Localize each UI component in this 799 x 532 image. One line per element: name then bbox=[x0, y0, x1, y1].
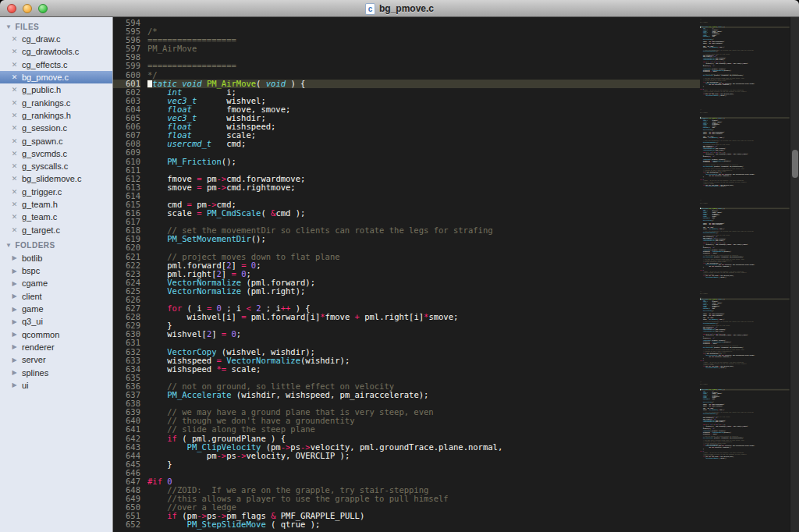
sidebar-file-g_target-c[interactable]: ✕g_target.c bbox=[0, 223, 112, 236]
close-file-icon[interactable]: ✕ bbox=[11, 99, 18, 107]
code-line[interactable]: pm->ps->velocity, OVERCLIP ); bbox=[147, 452, 700, 460]
line-number: 632 bbox=[113, 348, 140, 356]
code-line[interactable]: usercmd_t cmd; bbox=[147, 140, 700, 148]
folder-name-label: botlib bbox=[22, 254, 42, 263]
files-group-header[interactable]: ▼ FILES bbox=[0, 20, 112, 33]
sidebar-folder-renderer[interactable]: ▶renderer bbox=[0, 341, 112, 353]
disclosure-right-icon[interactable]: ▶ bbox=[11, 318, 18, 325]
minimap-code-block: /*==================PM_AirMove==========… bbox=[700, 17, 790, 96]
close-file-icon[interactable]: ✕ bbox=[11, 162, 18, 170]
sidebar-file-g_team-h[interactable]: ✕g_team.h bbox=[0, 198, 112, 211]
minimap[interactable]: /*==================PM_AirMove==========… bbox=[700, 17, 790, 532]
code-line[interactable]: VectorNormalize (pml.right); bbox=[147, 287, 700, 296]
code-line[interactable]: wishvel[2] = 0; bbox=[147, 330, 700, 339]
disclosure-down-icon: ▼ bbox=[5, 242, 12, 249]
disclosure-down-icon: ▼ bbox=[5, 23, 12, 30]
disclosure-right-icon[interactable]: ▶ bbox=[11, 280, 18, 287]
close-file-icon[interactable]: ✕ bbox=[11, 213, 18, 221]
line-number: 652 bbox=[113, 520, 140, 529]
close-file-icon[interactable]: ✕ bbox=[11, 226, 18, 234]
sidebar-folder-ui[interactable]: ▶ui bbox=[0, 379, 112, 392]
sidebar-folder-botlib[interactable]: ▶botlib bbox=[0, 252, 112, 264]
scrollbar-track[interactable] bbox=[790, 17, 799, 532]
close-file-icon[interactable]: ✕ bbox=[11, 73, 18, 81]
code-line[interactable]: PM_SetMovementDir(); bbox=[147, 235, 700, 243]
code-area[interactable]: /*==================PM_AirMove==========… bbox=[147, 19, 700, 532]
folders-header-label: FOLDERS bbox=[15, 241, 55, 250]
code-line[interactable]: ================== bbox=[147, 36, 700, 44]
close-file-icon[interactable]: ✕ bbox=[11, 86, 18, 94]
close-file-icon[interactable]: ✕ bbox=[11, 200, 18, 208]
code-line[interactable]: ================== bbox=[147, 62, 700, 70]
close-file-icon[interactable]: ✕ bbox=[11, 61, 18, 69]
sidebar-folder-game[interactable]: ▶game bbox=[0, 303, 112, 315]
disclosure-right-icon[interactable]: ▶ bbox=[11, 331, 18, 338]
close-file-icon[interactable]: ✕ bbox=[11, 124, 18, 132]
sidebar-file-cg_draw-c[interactable]: ✕cg_draw.c bbox=[0, 33, 112, 45]
scrollbar-thumb[interactable] bbox=[792, 150, 798, 178]
sidebar-file-g_trigger-c[interactable]: ✕g_trigger.c bbox=[0, 186, 112, 198]
close-file-icon[interactable]: ✕ bbox=[11, 137, 18, 145]
file-name-label: g_team.c bbox=[22, 212, 57, 222]
sidebar-folder-q3_ui[interactable]: ▶q3_ui bbox=[0, 315, 112, 328]
sidebar-file-g_rankings-c[interactable]: ✕g_rankings.c bbox=[0, 96, 112, 108]
disclosure-right-icon[interactable]: ▶ bbox=[11, 306, 18, 313]
line-number: 600 bbox=[113, 71, 140, 80]
close-file-icon[interactable]: ✕ bbox=[11, 175, 18, 183]
code-line[interactable]: PM_Accelerate (wishdir, wishspeed, pm_ai… bbox=[147, 391, 700, 399]
sidebar-folder-splines[interactable]: ▶splines bbox=[0, 366, 112, 378]
sidebar-folder-cgame[interactable]: ▶cgame bbox=[0, 277, 112, 289]
sidebar-file-g_syscalls-c[interactable]: ✕g_syscalls.c bbox=[0, 160, 112, 172]
sidebar-file-g_public-h[interactable]: ✕g_public.h bbox=[0, 83, 112, 96]
sidebar-file-g_rankings-h[interactable]: ✕g_rankings.h bbox=[0, 109, 112, 122]
code-line[interactable]: scale = PM_CmdScale( &cmd ); bbox=[147, 209, 700, 218]
disclosure-right-icon[interactable]: ▶ bbox=[11, 381, 18, 388]
disclosure-right-icon[interactable]: ▶ bbox=[11, 369, 18, 376]
sidebar-folder-bspc[interactable]: ▶bspc bbox=[0, 264, 112, 277]
disclosure-right-icon[interactable]: ▶ bbox=[11, 254, 18, 261]
sidebar-file-bg_pmove-c[interactable]: ✕bg_pmove.c bbox=[0, 71, 112, 83]
line-number: 599 bbox=[113, 62, 140, 70]
code-line: PM_StepSlideMove ( qtrue ); bbox=[700, 457, 790, 459]
file-name-label: g_public.h bbox=[22, 85, 61, 94]
disclosure-right-icon[interactable]: ▶ bbox=[11, 356, 18, 364]
sidebar-file-cg_effects-c[interactable]: ✕cg_effects.c bbox=[0, 59, 112, 71]
zoom-button[interactable] bbox=[38, 4, 48, 13]
close-button[interactable] bbox=[7, 4, 16, 13]
close-file-icon[interactable]: ✕ bbox=[11, 188, 18, 196]
close-file-icon[interactable]: ✕ bbox=[11, 150, 18, 158]
sidebar-file-bg_slidemove-c[interactable]: ✕bg_slidemove.c bbox=[0, 172, 112, 185]
minimize-button[interactable] bbox=[23, 4, 32, 13]
sidebar-file-g_spawn-c[interactable]: ✕g_spawn.c bbox=[0, 134, 112, 147]
code-line[interactable]: PM_StepSlideMove ( qtrue ); bbox=[147, 520, 700, 529]
sidebar-file-cg_drawtools-c[interactable]: ✕cg_drawtools.c bbox=[0, 45, 112, 58]
code-line[interactable]: PM_Friction(); bbox=[147, 158, 700, 166]
code-line[interactable]: smove = pm->cmd.rightmove; bbox=[147, 183, 700, 192]
sidebar-folder-client[interactable]: ▶client bbox=[0, 290, 112, 303]
sidebar-file-g_session-c[interactable]: ✕g_session.c bbox=[0, 122, 112, 134]
sidebar-file-g_team-c[interactable]: ✕g_team.c bbox=[0, 211, 112, 223]
disclosure-right-icon[interactable]: ▶ bbox=[11, 293, 18, 300]
code-line[interactable]: } bbox=[147, 460, 700, 469]
disclosure-right-icon[interactable]: ▶ bbox=[11, 343, 18, 350]
folder-name-label: q3_ui bbox=[22, 317, 43, 326]
sidebar-folder-qcommon[interactable]: ▶qcommon bbox=[0, 328, 112, 341]
line-number: 621 bbox=[113, 253, 140, 261]
code-line: PM_StepSlideMove ( qtrue ); bbox=[700, 95, 790, 97]
code-line[interactable] bbox=[147, 19, 700, 27]
folders-group-header[interactable]: ▼ FOLDERS bbox=[0, 239, 112, 252]
line-number: 642 bbox=[113, 434, 140, 443]
close-file-icon[interactable]: ✕ bbox=[11, 48, 18, 55]
close-file-icon[interactable]: ✕ bbox=[11, 112, 18, 119]
code-line[interactable]: wishspeed *= scale; bbox=[147, 365, 700, 374]
folder-name-label: client bbox=[22, 292, 42, 301]
code-line[interactable] bbox=[147, 469, 700, 477]
code-line[interactable]: PM_AirMove bbox=[147, 44, 700, 53]
disclosure-right-icon[interactable]: ▶ bbox=[11, 268, 18, 275]
code-line[interactable]: wishvel[i] = pml.forward[i]*fmove + pml.… bbox=[147, 313, 700, 321]
title-bar[interactable]: c bg_pmove.c bbox=[0, 0, 799, 17]
close-file-icon[interactable]: ✕ bbox=[11, 35, 18, 43]
folder-list: ▶botlib▶bspc▶cgame▶client▶game▶q3_ui▶qco… bbox=[0, 252, 112, 392]
sidebar-folder-server[interactable]: ▶server bbox=[0, 353, 112, 366]
sidebar-file-g_svcmds-c[interactable]: ✕g_svcmds.c bbox=[0, 147, 112, 160]
